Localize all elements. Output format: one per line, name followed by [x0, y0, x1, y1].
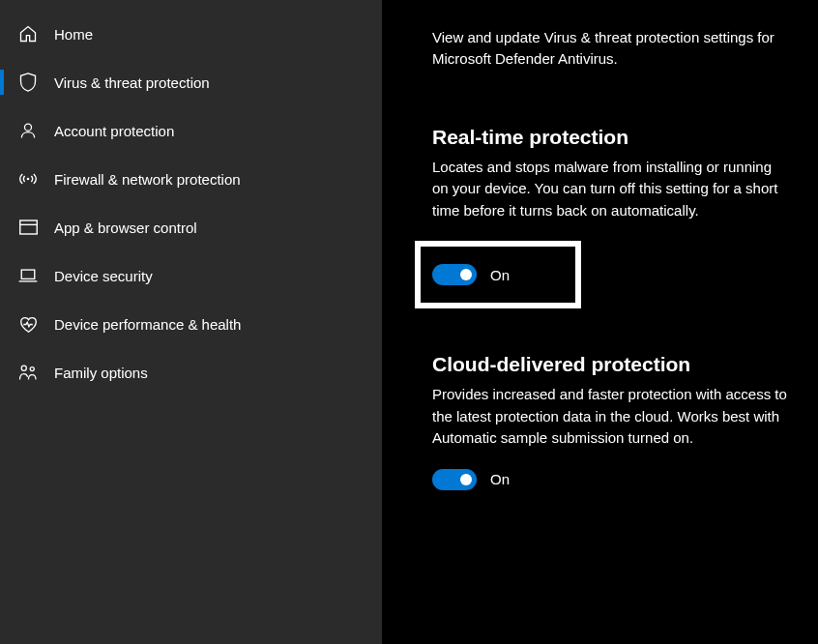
sidebar: Home Virus & threat protection Account p…: [0, 0, 382, 644]
section-title: Real-time protection: [432, 126, 789, 149]
intro-text: View and update Virus & threat protectio…: [432, 27, 789, 70]
toggle-state-label: On: [490, 471, 510, 487]
toggle-state-label: On: [490, 267, 510, 283]
toggle-knob: [460, 269, 472, 280]
sidebar-item-app-browser-control[interactable]: App & browser control: [0, 203, 382, 251]
sidebar-item-account-protection[interactable]: Account protection: [0, 106, 382, 155]
svg-point-6: [30, 367, 34, 371]
svg-rect-4: [21, 270, 35, 278]
sidebar-item-label: Device security: [54, 268, 153, 284]
svg-point-1: [27, 178, 30, 181]
main-content: View and update Virus & threat protectio…: [382, 0, 818, 644]
antenna-icon: [17, 168, 39, 190]
person-icon: [17, 120, 39, 141]
real-time-protection-toggle[interactable]: [432, 264, 477, 285]
toggle-knob: [460, 474, 472, 485]
sidebar-item-label: Home: [54, 26, 93, 43]
family-icon: [17, 362, 39, 383]
sidebar-item-label: Account protection: [54, 123, 174, 139]
svg-point-5: [21, 366, 26, 370]
toggle-row-highlighted: On: [415, 241, 581, 308]
shield-icon: [17, 72, 39, 93]
section-description: Locates and stops malware from installin…: [432, 157, 789, 222]
cloud-delivered-protection-toggle[interactable]: [432, 469, 477, 490]
section-title: Cloud-delivered protection: [432, 353, 789, 376]
sidebar-item-virus-threat-protection[interactable]: Virus & threat protection: [0, 58, 382, 106]
sidebar-item-device-performance-health[interactable]: Device performance & health: [0, 300, 382, 348]
home-icon: [17, 23, 39, 44]
sidebar-item-home[interactable]: Home: [0, 10, 382, 58]
sidebar-item-label: Virus & threat protection: [54, 74, 210, 91]
window-icon: [17, 217, 39, 238]
sidebar-item-family-options[interactable]: Family options: [0, 348, 382, 396]
toggle-row: On: [432, 469, 789, 490]
svg-rect-2: [19, 220, 37, 234]
heart-icon: [17, 313, 39, 335]
sidebar-item-label: Device performance & health: [54, 316, 241, 333]
svg-point-0: [25, 124, 32, 131]
laptop-icon: [17, 265, 39, 286]
sidebar-item-label: Firewall & network protection: [54, 171, 241, 188]
section-description: Provides increased and faster protection…: [432, 384, 789, 450]
sidebar-item-label: Family options: [54, 365, 148, 381]
sidebar-item-device-security[interactable]: Device security: [0, 251, 382, 300]
section-cloud-delivered-protection: Cloud-delivered protection Provides incr…: [432, 353, 789, 490]
section-real-time-protection: Real-time protection Locates and stops m…: [432, 126, 789, 309]
sidebar-item-label: App & browser control: [54, 220, 197, 236]
sidebar-item-firewall-network-protection[interactable]: Firewall & network protection: [0, 155, 382, 203]
